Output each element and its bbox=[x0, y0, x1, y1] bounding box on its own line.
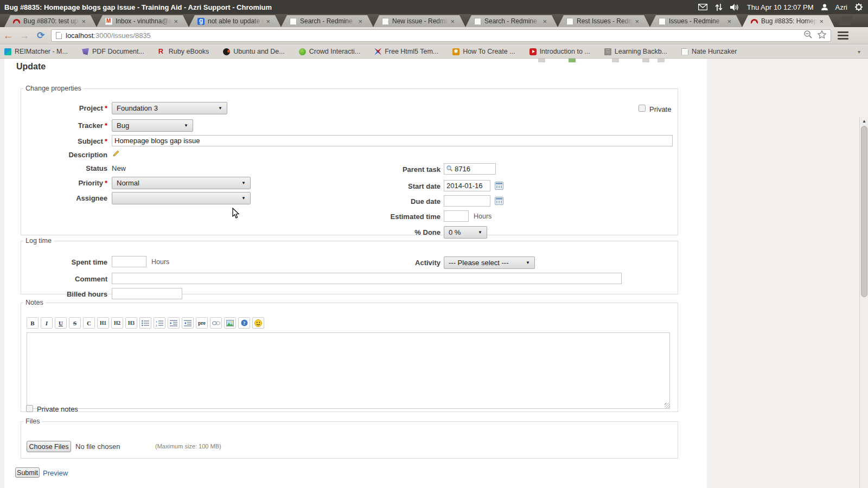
gmail-favicon-icon bbox=[105, 18, 112, 25]
network-icon[interactable] bbox=[715, 4, 723, 11]
volume-icon[interactable] bbox=[730, 4, 739, 11]
forward-button[interactable]: → bbox=[16, 30, 33, 42]
new-tab-button[interactable] bbox=[839, 16, 853, 25]
tab-search-redmine[interactable]: Search - Redmine× bbox=[281, 15, 373, 27]
comment-input[interactable] bbox=[112, 273, 622, 284]
outdent-icon bbox=[170, 320, 177, 326]
preformatted-button[interactable]: pre bbox=[196, 317, 208, 329]
notes-textarea[interactable] bbox=[27, 332, 670, 409]
bookmarks-overflow-icon[interactable]: ▾ bbox=[858, 49, 860, 55]
edit-pencil-icon[interactable] bbox=[112, 150, 120, 159]
tab-new-issue-redmine[interactable]: New issue - Redmine× bbox=[373, 15, 465, 27]
bookmark-ubuntu-and-de-[interactable]: Ubuntu and De... bbox=[223, 48, 285, 55]
due-date-input[interactable] bbox=[444, 195, 490, 207]
page-favicon-icon bbox=[382, 18, 389, 25]
link-icon bbox=[212, 320, 220, 326]
strikethrough-button[interactable]: S bbox=[69, 317, 81, 329]
tab-issues-redmine[interactable]: Issues - Redmine× bbox=[650, 15, 742, 27]
gear-icon[interactable] bbox=[855, 3, 863, 11]
preview-link[interactable]: Preview bbox=[43, 469, 68, 477]
unordered-list-button[interactable] bbox=[139, 317, 151, 329]
bookmark-learning-backb-[interactable]: Learning Backb... bbox=[604, 48, 667, 55]
subject-input[interactable] bbox=[112, 135, 673, 146]
smiley-button[interactable] bbox=[252, 317, 264, 329]
bookmark-introduction-to-[interactable]: Introduction to ... bbox=[529, 48, 590, 55]
resize-handle[interactable] bbox=[665, 403, 670, 408]
tracker-select[interactable]: Bug▼ bbox=[112, 119, 193, 132]
calendar-icon[interactable] bbox=[495, 197, 503, 205]
submit-button[interactable]: Submit bbox=[15, 467, 40, 478]
tab-not-able-to-update-iss[interactable]: not able to update iss× bbox=[189, 15, 281, 27]
priority-select[interactable]: Normal▼ bbox=[112, 177, 251, 189]
heading2-button[interactable]: H2 bbox=[111, 317, 123, 329]
tab-close-icon[interactable]: × bbox=[358, 18, 362, 25]
heading1-button[interactable]: H1 bbox=[97, 317, 109, 329]
menu-icon[interactable] bbox=[838, 30, 848, 41]
bookmark-reimatcher-m-[interactable]: REIMatcher - M... bbox=[4, 48, 68, 55]
choose-files-button[interactable]: Choose Files bbox=[27, 441, 71, 452]
bookmark-free-html5-tem-[interactable]: Free Html5 Tem... bbox=[374, 48, 438, 55]
code-button[interactable]: C bbox=[83, 317, 95, 329]
page-icon bbox=[56, 32, 62, 39]
scrollbar[interactable]: ▲ ▼ bbox=[859, 117, 868, 488]
bookmark-pdf-document-[interactable]: PDF Document... bbox=[82, 48, 144, 55]
scrollbar-thumb[interactable] bbox=[861, 126, 867, 297]
bookmarks-bar: REIMatcher - M...PDF Document...Ruby eBo… bbox=[0, 45, 868, 59]
tab-close-icon[interactable]: × bbox=[542, 18, 547, 25]
estimated-time-input[interactable] bbox=[444, 210, 469, 222]
start-date-input[interactable] bbox=[444, 180, 490, 191]
user-icon bbox=[821, 4, 828, 10]
bookmark-how-to-create-[interactable]: How To Create ... bbox=[452, 48, 515, 55]
tab-close-icon[interactable]: × bbox=[81, 18, 86, 25]
private-checkbox[interactable] bbox=[639, 105, 646, 112]
clock[interactable]: Thu Apr 10 12:07 PM bbox=[747, 3, 814, 11]
zoom-out-icon[interactable] bbox=[804, 30, 812, 41]
tab-close-icon[interactable]: × bbox=[635, 18, 639, 25]
tab-bug-8835-homepag[interactable]: Bug #8835: Homepag× bbox=[742, 15, 834, 27]
italic-button[interactable]: I bbox=[41, 317, 53, 329]
bookmark-label: Nate Hunzaker bbox=[692, 48, 737, 55]
image-button[interactable] bbox=[224, 317, 236, 329]
billed-hours-input[interactable] bbox=[112, 288, 182, 299]
calendar-icon[interactable] bbox=[495, 182, 503, 190]
bookmark-ruby-ebooks[interactable]: Ruby eBooks bbox=[158, 48, 209, 55]
address-bar[interactable]: localhost :3000/issues/8835 bbox=[51, 29, 831, 42]
tab-close-icon[interactable]: × bbox=[174, 18, 178, 25]
tab-rest-issues-redmine[interactable]: Rest Issues - Redmine× bbox=[558, 15, 650, 27]
underline-button[interactable]: U bbox=[55, 317, 67, 329]
spent-time-input[interactable] bbox=[112, 256, 146, 267]
back-button[interactable]: ← bbox=[0, 30, 16, 42]
parent-task-input[interactable]: 8716 bbox=[444, 163, 496, 175]
assignee-select[interactable]: ▼ bbox=[112, 192, 251, 204]
tab-close-icon[interactable]: × bbox=[450, 18, 455, 25]
bookmark-star-icon[interactable] bbox=[818, 30, 826, 41]
link-button[interactable] bbox=[210, 317, 222, 329]
help-button[interactable]: ? bbox=[238, 317, 250, 329]
indent-button[interactable] bbox=[182, 317, 194, 329]
change-properties-legend: Change properties bbox=[23, 85, 84, 92]
comment-label: Comment bbox=[21, 275, 107, 283]
session-user[interactable]: Azri bbox=[835, 3, 847, 11]
mail-icon[interactable] bbox=[698, 4, 707, 10]
project-select[interactable]: Foundation 3▼ bbox=[112, 102, 227, 114]
tab-inbox-vinuthna-azri[interactable]: Inbox - vinuthna@azri× bbox=[97, 15, 189, 27]
bookmark-crowd-interacti-[interactable]: Crowd Interacti... bbox=[299, 48, 360, 55]
page-favicon-icon bbox=[566, 18, 573, 25]
private-notes-checkbox[interactable] bbox=[26, 405, 33, 412]
ordered-list-button[interactable]: 12 bbox=[154, 317, 165, 329]
tab-close-icon[interactable]: × bbox=[266, 18, 270, 25]
tab-close-icon[interactable]: × bbox=[727, 18, 731, 25]
browser-toolbar: ← → ⟳ localhost :3000/issues/8835 bbox=[0, 27, 868, 44]
tab-search-redmine[interactable]: Search - Redmine× bbox=[465, 15, 558, 27]
heading3-button[interactable]: H3 bbox=[125, 317, 137, 329]
tab-close-icon[interactable]: × bbox=[819, 18, 824, 25]
tab-label: Inbox - vinuthna@azri bbox=[116, 17, 171, 25]
tab-strip: Bug #8870: test upda×Inbox - vinuthna@az… bbox=[0, 14, 868, 27]
outdent-button[interactable] bbox=[168, 317, 180, 329]
tab-bug-8870-test-upda[interactable]: Bug #8870: test upda× bbox=[4, 15, 97, 27]
scroll-up-icon[interactable]: ▲ bbox=[862, 119, 866, 124]
bookmark-nate-hunzaker[interactable]: Nate Hunzaker bbox=[681, 48, 737, 55]
reload-button[interactable]: ⟳ bbox=[33, 30, 49, 41]
bold-button[interactable]: B bbox=[27, 317, 39, 329]
activity-select[interactable]: --- Please select ---▼ bbox=[444, 256, 535, 269]
